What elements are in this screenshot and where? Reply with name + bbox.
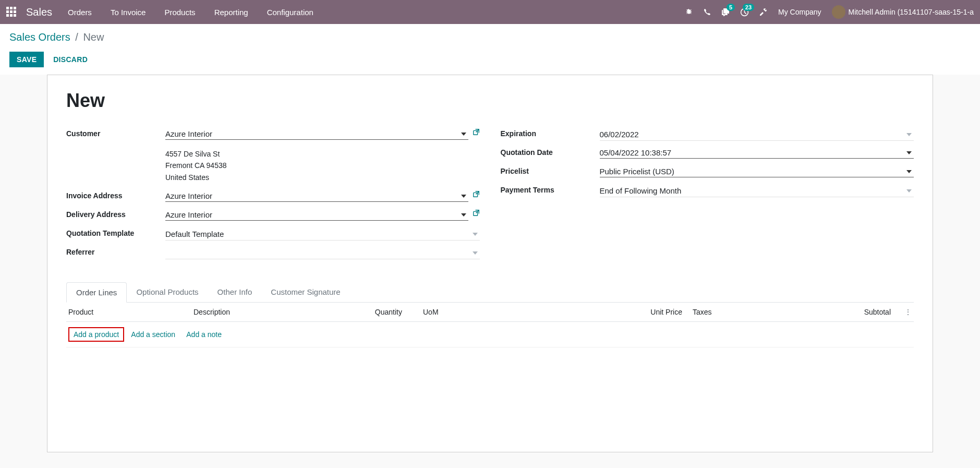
control-panel: Sales Orders / New SAVE DISCARD (0, 24, 980, 75)
discard-button[interactable]: DISCARD (53, 55, 88, 64)
save-button[interactable]: SAVE (9, 52, 44, 67)
col-subtotal: Subtotal (745, 308, 891, 316)
col-unit-price: Unit Price (620, 308, 682, 316)
form-sheet: New Customer Azure Interior (47, 75, 933, 452)
tab-customer-signature[interactable]: Customer Signature (261, 282, 349, 302)
breadcrumb: Sales Orders / New (9, 31, 971, 43)
chevron-down-icon[interactable] (906, 170, 912, 173)
user-menu[interactable]: Mitchell Admin (15141107-saas-15-1-a (832, 5, 974, 19)
nav-reporting[interactable]: Reporting (214, 8, 248, 17)
right-column: Expiration 06/02/2022 Quotation Date 05/… (501, 127, 914, 265)
bug-icon[interactable] (685, 8, 693, 16)
customer-value: Azure Interior (165, 129, 459, 138)
phone-icon[interactable] (704, 8, 711, 16)
pricelist-label: Pricelist (501, 165, 600, 175)
breadcrumb-current: New (83, 31, 104, 43)
tabs: Order Lines Optional Products Other Info… (66, 282, 914, 303)
referrer-label: Referrer (66, 246, 165, 256)
user-label: Mitchell Admin (15141107-saas-15-1-a (849, 8, 974, 16)
company-selector[interactable]: My Company (778, 8, 821, 16)
brand[interactable]: Sales (26, 6, 52, 18)
nav-configuration[interactable]: Configuration (267, 8, 313, 17)
invoice-address-field[interactable]: Azure Interior (165, 189, 468, 202)
messages-badge: 5 (727, 4, 735, 11)
payment-terms-label: Payment Terms (501, 184, 600, 194)
customer-label: Customer (66, 127, 165, 138)
delivery-address-label: Delivery Address (66, 208, 165, 219)
page-title: New (66, 90, 914, 112)
delivery-address-field[interactable]: Azure Interior (165, 208, 468, 221)
quotation-date-label: Quotation Date (501, 146, 600, 157)
nav-orders[interactable]: Orders (68, 8, 92, 17)
apps-icon[interactable] (6, 7, 17, 17)
external-link-icon[interactable] (473, 127, 480, 136)
external-link-icon[interactable] (473, 208, 480, 217)
col-description: Description (193, 308, 340, 316)
tab-optional-products[interactable]: Optional Products (127, 282, 208, 302)
nav-to-invoice[interactable]: To Invoice (111, 8, 146, 17)
top-navbar: Sales Orders To Invoice Products Reporti… (0, 0, 980, 24)
add-product-link[interactable]: Add a product (74, 330, 119, 339)
template-field[interactable]: Default Template (165, 227, 480, 241)
chevron-down-icon[interactable] (906, 133, 912, 136)
col-product: Product (68, 308, 193, 316)
tab-order-lines[interactable]: Order Lines (66, 282, 127, 303)
chevron-down-icon[interactable] (473, 233, 478, 236)
left-column: Customer Azure Interior 4557 De Silva St… (66, 127, 480, 265)
nav-right: 5 23 My Company Mitchell Admin (15141107… (685, 5, 974, 19)
avatar (832, 5, 845, 19)
col-uom: UoM (402, 308, 475, 316)
breadcrumb-link[interactable]: Sales Orders (9, 31, 70, 43)
col-taxes: Taxes (682, 308, 745, 316)
col-quantity: Quantity (340, 308, 402, 316)
highlight-box: Add a product (68, 327, 124, 342)
external-link-icon[interactable] (473, 189, 480, 198)
invoice-address-label: Invoice Address (66, 189, 165, 200)
expiration-label: Expiration (501, 127, 600, 138)
tools-icon[interactable] (759, 8, 768, 16)
template-label: Quotation Template (66, 227, 165, 237)
chevron-down-icon[interactable] (906, 189, 912, 193)
nav-products[interactable]: Products (164, 8, 195, 17)
chevron-down-icon[interactable] (906, 151, 912, 154)
quotation-date-field[interactable]: 05/04/2022 10:38:57 (600, 146, 914, 159)
chevron-down-icon[interactable] (461, 133, 466, 136)
expiration-field[interactable]: 06/02/2022 (600, 127, 914, 141)
customer-field[interactable]: Azure Interior (165, 127, 468, 140)
breadcrumb-sep: / (75, 31, 78, 43)
chevron-down-icon[interactable] (461, 213, 466, 217)
chevron-down-icon[interactable] (461, 195, 466, 198)
customer-address: 4557 De Silva StFremont CA 94538United S… (165, 146, 480, 185)
payment-terms-field[interactable]: End of Following Month (600, 184, 914, 197)
add-note-link[interactable]: Add a note (186, 330, 222, 339)
referrer-field[interactable] (165, 246, 480, 259)
add-section-link[interactable]: Add a section (131, 330, 175, 339)
messages-icon[interactable]: 5 (721, 8, 730, 16)
add-row: Add a product Add a section Add a note (66, 322, 914, 347)
kebab-icon[interactable]: ⋮ (891, 308, 912, 316)
activity-badge: 23 (743, 4, 754, 11)
action-buttons: SAVE DISCARD (9, 52, 971, 75)
tab-other-info[interactable]: Other Info (208, 282, 262, 302)
pricelist-field[interactable]: Public Pricelist (USD) (600, 165, 914, 177)
activity-icon[interactable]: 23 (740, 8, 749, 17)
chevron-down-icon[interactable] (473, 251, 478, 255)
order-lines-header: Product Description Quantity UoM Unit Pr… (66, 303, 914, 322)
nav-menu: Orders To Invoice Products Reporting Con… (68, 8, 313, 17)
